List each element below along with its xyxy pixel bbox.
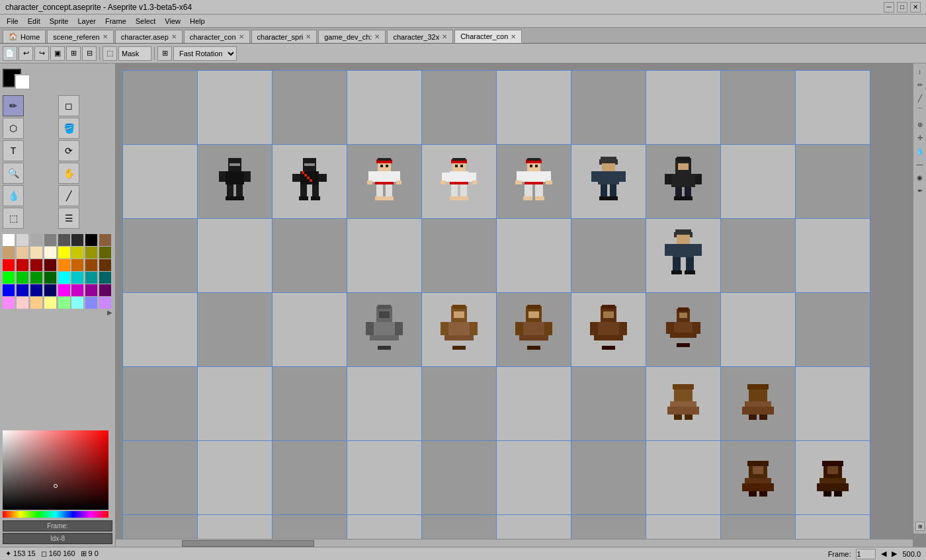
undo-button[interactable]: ↩	[19, 46, 33, 61]
tab-character-32x[interactable]: character_32x ✕	[387, 30, 453, 43]
menu-view[interactable]: View	[161, 16, 185, 26]
palette-cell[interactable]	[85, 259, 97, 271]
palette-expand-btn[interactable]: ▶	[3, 309, 112, 316]
frame-next-btn[interactable]: ▶	[892, 549, 897, 558]
palette-cell[interactable]	[85, 297, 97, 309]
tab-character-asep-close[interactable]: ✕	[171, 33, 177, 40]
palette-cell[interactable]	[58, 272, 70, 284]
new-file-button[interactable]: 📄	[3, 46, 17, 61]
palette-cell[interactable]	[44, 272, 56, 284]
tab-game-dev-ch-close[interactable]: ✕	[374, 33, 380, 40]
palette-cell[interactable]	[17, 247, 28, 259]
frame-input[interactable]	[856, 549, 876, 559]
frame-prev-btn[interactable]: ◀	[881, 549, 886, 558]
palette-cell[interactable]	[17, 297, 28, 309]
palette-cell[interactable]	[17, 272, 28, 284]
drop-right-icon[interactable]: 💧	[915, 145, 925, 156]
color-gradient[interactable]	[3, 430, 108, 510]
palette-cell[interactable]	[71, 247, 83, 259]
palette-cell[interactable]	[44, 284, 56, 296]
palette-cell[interactable]	[30, 247, 42, 259]
background-color[interactable]	[15, 74, 30, 90]
palette-cell[interactable]	[99, 234, 111, 246]
view-mode-3[interactable]: ⊟	[82, 46, 97, 61]
palette-cell[interactable]	[71, 259, 83, 271]
menu-frame[interactable]: Frame	[101, 16, 130, 26]
rect-select-tool[interactable]: ⬚	[3, 208, 24, 229]
menu-help[interactable]: Help	[186, 16, 209, 26]
palette-cell[interactable]	[71, 284, 83, 296]
menu-sprite[interactable]: Sprite	[46, 16, 73, 26]
rotate-tool[interactable]: ⟳	[58, 140, 79, 161]
palette-cell[interactable]	[17, 234, 28, 246]
palette-cell[interactable]	[30, 284, 42, 296]
palette-cell[interactable]	[3, 272, 15, 284]
palette-cell[interactable]	[17, 284, 28, 296]
tab-scene-referen[interactable]: scene_referen ✕	[47, 30, 113, 43]
palette-cell[interactable]	[99, 272, 111, 284]
pen-right-icon[interactable]: ✏	[915, 79, 925, 90]
tab-character-32x-close[interactable]: ✕	[442, 33, 447, 40]
text-tool[interactable]: T	[3, 140, 24, 161]
brush-right-icon[interactable]: ◉	[915, 172, 925, 182]
menu-layer[interactable]: Layer	[73, 16, 100, 26]
pencil-tool[interactable]: ✏	[3, 95, 24, 116]
palette-cell[interactable]	[99, 297, 111, 309]
scrollbar-thumb[interactable]	[182, 540, 314, 547]
palette-cell[interactable]	[71, 272, 83, 284]
zoom-right-icon[interactable]: ⊕	[915, 119, 925, 130]
view-mode-2[interactable]: ⊞	[66, 46, 81, 61]
palette-cell[interactable]	[99, 247, 111, 259]
palette-cell[interactable]	[3, 259, 15, 271]
menu-file[interactable]: File	[3, 16, 22, 26]
selection-btn[interactable]: ⬚	[103, 46, 117, 61]
tab-character-spri-close[interactable]: ✕	[306, 33, 311, 40]
tab-character-asep[interactable]: character.asep ✕	[115, 30, 183, 43]
tab-character-con2[interactable]: Character_con ✕	[454, 30, 522, 43]
canvas-area[interactable]: ↕ ✏ ╱ ⌒ ⊕ ✛ 💧 — ◉ ✒ ⊞	[116, 63, 926, 547]
palette-cell[interactable]	[58, 259, 70, 271]
tab-character-con-close[interactable]: ✕	[239, 33, 244, 40]
hand-tool[interactable]: ✋	[58, 163, 79, 184]
line2-right-icon[interactable]: —	[915, 159, 925, 169]
palette-cell[interactable]	[58, 284, 70, 296]
tab-game-dev-ch[interactable]: game_dev_ch: ✕	[318, 30, 386, 43]
hue-bar[interactable]	[3, 511, 108, 518]
zoom-tool[interactable]: 🔍	[3, 163, 24, 184]
horizontal-scrollbar[interactable]	[116, 539, 913, 547]
palette-cell[interactable]	[99, 284, 111, 296]
palette-cell[interactable]	[3, 297, 15, 309]
palette-cell[interactable]	[85, 272, 97, 284]
tab-scene-referen-close[interactable]: ✕	[103, 33, 108, 40]
palette-cell[interactable]	[3, 234, 15, 246]
contour-tool[interactable]: ☰	[58, 208, 79, 229]
palette-cell[interactable]	[85, 234, 97, 246]
palette-cell[interactable]	[3, 284, 15, 296]
rotation-select[interactable]: Fast Rotation RotSprite	[173, 46, 237, 61]
palette-cell[interactable]	[71, 234, 83, 246]
palette-cell[interactable]	[17, 259, 28, 271]
cursor-icon[interactable]: ↕	[915, 66, 925, 77]
tab-character-spri[interactable]: character_spri ✕	[251, 30, 317, 43]
palette-cell[interactable]	[30, 234, 42, 246]
eyedropper-tool[interactable]: 💧	[3, 185, 24, 206]
move-right-icon[interactable]: ✛	[915, 132, 925, 143]
palette-cell[interactable]	[71, 297, 83, 309]
palette-cell[interactable]	[85, 247, 97, 259]
line-right-icon[interactable]: ╱	[915, 93, 925, 103]
tab-character-con2-close[interactable]: ✕	[511, 33, 516, 40]
menu-edit[interactable]: Edit	[24, 16, 44, 26]
grid-view-icon[interactable]: ⊞	[915, 522, 925, 531]
redo-button[interactable]: ↪	[34, 46, 49, 61]
curve-right-icon[interactable]: ⌒	[915, 106, 925, 116]
palette-cell[interactable]	[44, 234, 56, 246]
palette-cell[interactable]	[44, 259, 56, 271]
palette-cell[interactable]	[30, 297, 42, 309]
view-mode-1[interactable]: ▣	[50, 46, 65, 61]
close-button[interactable]: ✕	[910, 2, 921, 13]
palette-cell[interactable]	[58, 247, 70, 259]
line-tool[interactable]: ╱	[58, 185, 79, 206]
palette-cell[interactable]	[3, 247, 15, 259]
palette-cell[interactable]	[58, 234, 70, 246]
eraser-tool[interactable]: ◻	[58, 95, 79, 116]
